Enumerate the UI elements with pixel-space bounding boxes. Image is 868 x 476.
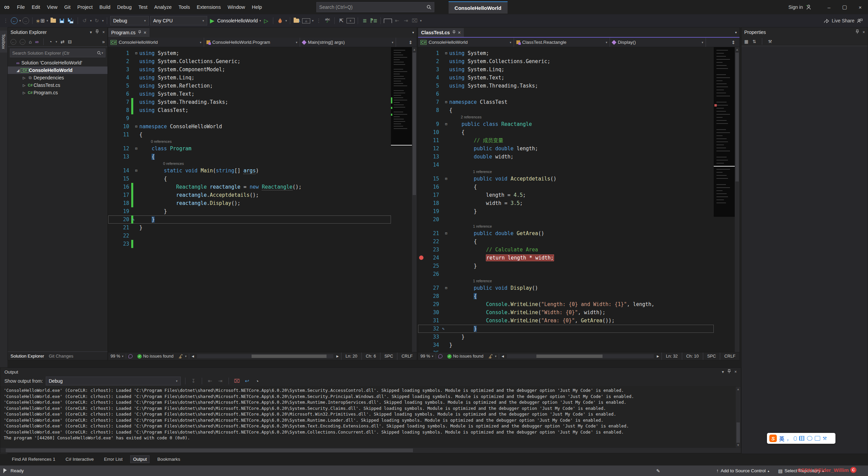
code-line[interactable]: 34} xyxy=(418,341,714,349)
split-window-icon[interactable]: ⇕ xyxy=(727,38,739,47)
breakpoint-margin[interactable] xyxy=(418,65,425,74)
scroll-left-icon[interactable]: ◀ xyxy=(189,355,196,358)
line-number[interactable]: 5 xyxy=(425,82,440,90)
code-pane[interactable]: 1⊟using System;2using System.Collections… xyxy=(108,47,391,352)
breakpoint-margin[interactable] xyxy=(108,57,115,65)
close-icon[interactable]: × xyxy=(734,369,737,374)
menu-edit[interactable]: Edit xyxy=(28,0,43,14)
code-pane[interactable]: 1⊟using System;2using System.Collections… xyxy=(418,47,714,352)
line-number[interactable]: 18 xyxy=(425,199,440,207)
code-line[interactable]: 2using System.Collections.Generic; xyxy=(418,57,714,65)
restore-button[interactable]: ▢ xyxy=(837,2,852,12)
line-number[interactable]: 22 xyxy=(115,232,130,240)
code-line[interactable]: 14 xyxy=(418,161,714,169)
menu-extensions[interactable]: Extensions xyxy=(193,0,224,14)
panel-tab-git-changes[interactable]: Git Changes xyxy=(49,354,73,359)
line-number[interactable]: 6 xyxy=(425,90,440,98)
breakpoint-margin[interactable] xyxy=(418,308,425,317)
panel-tab-solution-explorer[interactable]: Solution Explorer xyxy=(11,354,44,359)
fold-marker[interactable]: ⊟ xyxy=(443,175,449,183)
expander-icon[interactable]: ▷ xyxy=(21,83,27,87)
code-line[interactable]: 25 } xyxy=(418,262,714,270)
fold-marker[interactable]: ⊟ xyxy=(443,49,449,57)
line-number[interactable]: 22 xyxy=(425,237,440,246)
pin-icon[interactable] xyxy=(727,369,731,375)
line-number[interactable]: 1 xyxy=(115,49,130,57)
code-line[interactable]: 10⊟namespace ConsoleHelloWorld xyxy=(108,122,391,131)
code-line[interactable]: 31 Console.WriteLine("Area: {0}", GetAre… xyxy=(418,317,714,325)
breakpoint-margin[interactable] xyxy=(418,49,425,57)
close-icon[interactable]: × xyxy=(863,30,865,35)
tree-item-consolehelloworld[interactable]: ◢C#ConsoleHelloWorld xyxy=(8,66,107,74)
code-line[interactable]: 21⊟ public double GetArea() xyxy=(418,229,714,237)
sync-with-active-document-icon[interactable]: ⇄ xyxy=(60,39,64,44)
ime-punctuation-icon[interactable]: ， xyxy=(787,435,791,442)
output-source-dropdown[interactable]: Debug▾ xyxy=(46,377,181,385)
code-line[interactable]: 5using System.Threading.Tasks; xyxy=(418,82,714,90)
find-in-files-icon[interactable] xyxy=(293,17,301,25)
breakpoint-margin[interactable] xyxy=(418,292,425,300)
code-line[interactable]: 15 { xyxy=(108,175,391,183)
breakpoint-margin[interactable] xyxy=(418,349,425,352)
code-line[interactable]: 32✎ } xyxy=(418,325,714,333)
code-line[interactable]: 17 reactangle.Acceptdetails(); xyxy=(108,191,391,199)
menu-build[interactable]: Build xyxy=(96,0,114,14)
column-indicator[interactable]: Ch: 10 xyxy=(682,353,703,360)
code-line[interactable]: 24 return length * width; xyxy=(418,254,714,262)
line-number[interactable]: 2 xyxy=(115,57,130,65)
code-line[interactable]: 17 length = 4.5; xyxy=(418,191,714,199)
toolbox-tab[interactable]: Toolbox xyxy=(0,31,7,53)
redo-dropdown-icon[interactable]: ▾ xyxy=(102,19,104,22)
code-line[interactable]: 11 // 成员变量 xyxy=(418,136,714,145)
tool-tab-error-list[interactable]: Error List xyxy=(102,456,125,463)
open-documents-dropdown-icon[interactable]: ▾ xyxy=(412,31,414,34)
spaces-indicator[interactable]: SPC xyxy=(703,353,720,360)
se-back-icon[interactable]: ← xyxy=(11,39,16,45)
minimap[interactable] xyxy=(391,47,412,352)
categorized-icon[interactable]: ▦ xyxy=(744,39,748,44)
bookmark-dropdown-icon[interactable]: ▾ xyxy=(420,19,422,22)
scroll-right-icon[interactable]: ▶ xyxy=(654,355,662,358)
line-number[interactable]: 16 xyxy=(115,183,130,191)
window-position-icon[interactable]: ▾ xyxy=(722,369,724,374)
code-line[interactable]: 20✎ } xyxy=(108,215,391,224)
open-documents-dropdown-icon[interactable]: ▾ xyxy=(735,31,737,34)
member-dropdown[interactable]: Display()▾ xyxy=(610,38,706,47)
breakpoint-margin[interactable] xyxy=(418,215,425,224)
code-line[interactable]: 6 xyxy=(418,90,714,98)
breakpoint-margin[interactable] xyxy=(418,175,425,183)
breakpoint-margin[interactable] xyxy=(418,341,425,349)
tree-item-program-cs[interactable]: ▷C#Program.cs xyxy=(8,89,107,96)
code-line[interactable]: 22 xyxy=(108,232,391,240)
tool-tab-bookmarks[interactable]: Bookmarks xyxy=(155,456,183,463)
breakpoint-margin[interactable] xyxy=(418,246,425,254)
line-number[interactable]: 12 xyxy=(115,145,130,153)
bookmark-icon[interactable] xyxy=(384,19,392,23)
code-line[interactable]: 29 Console.WriteLine("Length: {0} and Wi… xyxy=(418,300,714,308)
code-line[interactable]: 21} xyxy=(108,224,391,232)
breakpoint-margin[interactable] xyxy=(418,199,425,207)
breakpoint-margin[interactable] xyxy=(108,131,115,139)
code-line[interactable]: 35 xyxy=(418,349,714,352)
breakpoint-margin[interactable] xyxy=(108,122,115,131)
next-bookmark-icon[interactable]: ⇥ xyxy=(402,17,410,25)
line-number[interactable]: 21 xyxy=(115,224,130,232)
line-number[interactable]: 10 xyxy=(425,128,440,136)
line-number[interactable]: 13 xyxy=(425,153,440,161)
code-line[interactable]: 14⊟ static void Main(string[] args) xyxy=(108,167,391,175)
breakpoint-margin[interactable] xyxy=(418,120,425,128)
document-health-icon[interactable] xyxy=(126,354,135,358)
line-number[interactable]: 15 xyxy=(115,175,130,183)
filter-dropdown-icon[interactable]: ▾ xyxy=(56,40,57,43)
code-line[interactable]: 7using System.Threading.Tasks; xyxy=(108,98,391,106)
line-number[interactable]: 34 xyxy=(425,341,440,349)
breakpoint-margin[interactable] xyxy=(418,317,425,325)
code-line[interactable]: 4using System.Linq; xyxy=(108,74,391,82)
line-number[interactable]: 3 xyxy=(425,65,440,74)
pin-icon[interactable] xyxy=(855,30,859,35)
code-line[interactable]: 6using System.Text; xyxy=(108,90,391,98)
code-line[interactable]: 13 double width; xyxy=(418,153,714,161)
code-line[interactable]: 2using System.Collections.Generic; xyxy=(108,57,391,65)
live-share-button[interactable]: Live Share xyxy=(824,18,863,23)
line-number[interactable]: 20✎ xyxy=(115,215,130,224)
